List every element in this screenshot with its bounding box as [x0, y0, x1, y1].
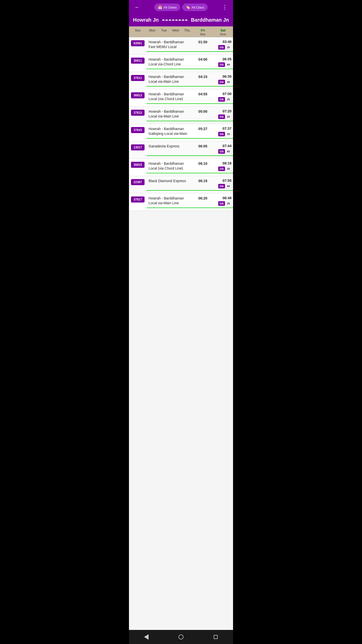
train-number-cell: 37817: [129, 196, 147, 208]
train-name-cell: Howrah - Barddhaman Local via-Main Line: [147, 109, 193, 121]
destination-time: 07:55: [214, 179, 232, 183]
seats-badge: 25: [225, 79, 232, 85]
destination-cell: 06:05 GN 60: [213, 57, 233, 69]
day-mon[interactable]: Mon: [147, 26, 158, 37]
divider-segment-7: [182, 20, 184, 21]
table-row[interactable]: 37811 Howrah - Barddhaman Local via-Main…: [129, 72, 233, 89]
table-row[interactable]: 36815 Howrah - Barddhaman Local (via Cho…: [129, 159, 233, 176]
destination-cell: 07:20 GN 25: [213, 109, 233, 121]
destination-cell: 07:55 GN 65: [213, 179, 233, 191]
train-name: Black Diamond Express: [149, 179, 186, 183]
day-sun[interactable]: Sun: [129, 26, 147, 37]
train-name: Howrah - Barddhaman Local (via Chord Lin…: [149, 162, 184, 170]
class-badges: GN 60: [214, 62, 232, 67]
departure-time: 05:27: [198, 127, 207, 131]
gn-badge: GN: [218, 80, 225, 84]
more-options-button[interactable]: ⋮: [220, 3, 230, 12]
recent-square-icon: [214, 635, 218, 639]
train-name-cell: Howrah - Barddhaman Local (via Chord Lin…: [147, 161, 193, 173]
destination-cell: 06:35 GN 25: [213, 74, 233, 87]
destination-time: 07:44: [214, 144, 232, 148]
destination-cell: 07:44 GN 65: [213, 144, 233, 156]
destination-time: 07:00: [214, 92, 232, 96]
to-station: Barddhaman Jn: [191, 17, 229, 23]
bottom-navigation: [129, 630, 233, 644]
train-number: 37817: [131, 196, 145, 203]
departure-cell: 01:50: [193, 40, 213, 52]
all-dates-label: All Dates: [164, 6, 177, 9]
day-sat[interactable]: SatDest: [213, 26, 233, 37]
route-header: Howrah Jn Barddhaman Jn: [129, 15, 233, 26]
all-dates-filter-button[interactable]: 📅 All Dates: [154, 4, 180, 11]
train-name-cell: Black Diamond Express: [147, 179, 193, 191]
gn-badge: GN: [218, 114, 225, 119]
divider-segment-5: [175, 20, 178, 21]
day-tue[interactable]: Tue: [158, 26, 170, 37]
train-number: 36815: [131, 162, 145, 168]
route-divider: [162, 20, 188, 21]
gn-badge: GN: [218, 132, 225, 136]
departure-cell: 06:10: [193, 161, 213, 173]
class-badges: GN 25: [214, 97, 232, 102]
table-row[interactable]: 37813 Howrah - Barddhaman Local via-Main…: [129, 107, 233, 124]
table-row[interactable]: 36813 Howrah - Barddhaman Local (via Cho…: [129, 89, 233, 107]
table-row[interactable]: 37817 Howrah - Barddhaman Local via-Main…: [129, 193, 233, 211]
train-name: Howrah - Barddhaman Local via-Chord Line: [149, 57, 184, 66]
train-name-cell: Howrah - Barddhaman Galloping Local via-…: [147, 127, 193, 139]
class-badges: GN 25: [214, 114, 232, 119]
class-badges: GN 25: [214, 201, 232, 206]
destination-time: 08:18: [214, 161, 232, 165]
back-button[interactable]: ←: [132, 3, 142, 12]
nav-home-button[interactable]: [175, 631, 187, 642]
destination-time: 03:40: [214, 40, 232, 44]
seats-badge: 25: [225, 45, 232, 50]
dep-label: Dep: [200, 33, 206, 36]
header-filters: 📅 All Dates 🏷️ All Class: [142, 4, 220, 11]
train-number: 36813: [131, 92, 145, 98]
departure-time: 04:55: [198, 92, 207, 96]
destination-cell: 07:00 GN 25: [213, 92, 233, 104]
seats-badge: 25: [225, 166, 232, 171]
day-thu[interactable]: Thu: [181, 26, 193, 37]
table-row[interactable]: 63501 Howrah - Barddhaman Fast MEMU Loca…: [129, 37, 233, 55]
seats-badge: 65: [225, 149, 232, 154]
train-number-cell: 63501: [129, 40, 147, 52]
train-number: 37813: [131, 110, 145, 116]
all-class-filter-button[interactable]: 🏷️ All Class: [182, 4, 208, 11]
departure-time: 05:00: [198, 109, 207, 113]
table-row[interactable]: 22387 Black Diamond Express 06:15 07:55 …: [129, 176, 233, 193]
nav-back-button[interactable]: [141, 631, 152, 642]
from-station: Howrah Jn: [133, 17, 159, 23]
dest-label: Dest: [220, 33, 226, 36]
table-row[interactable]: 13017 Ganadevta Express 06:05 07:44 GN 6…: [129, 141, 233, 159]
seats-badge: 25: [225, 132, 232, 137]
table-row[interactable]: 37815 Howrah - Barddhaman Galloping Loca…: [129, 124, 233, 141]
departure-time: 04:00: [198, 57, 207, 61]
departure-time: 04:15: [198, 75, 207, 79]
train-number: 37811: [131, 75, 145, 81]
train-number-cell: 36815: [129, 161, 147, 173]
departure-time: 06:20: [198, 196, 207, 200]
train-name: Howrah - Barddhaman Local via-Main Line: [149, 109, 184, 118]
class-icon: 🏷️: [186, 5, 190, 9]
nav-recent-button[interactable]: [210, 631, 221, 642]
train-number-cell: 36813: [129, 92, 147, 104]
day-fri[interactable]: FriDep: [193, 26, 213, 37]
departure-time: 01:50: [198, 40, 207, 44]
table-row[interactable]: 36811 Howrah - Barddhaman Local via-Chor…: [129, 55, 233, 72]
gn-badge: GN: [218, 62, 225, 67]
all-class-label: All Class: [192, 6, 204, 9]
day-wed[interactable]: Wed: [170, 26, 181, 37]
seats-badge: 60: [225, 62, 232, 67]
train-number-cell: 22387: [129, 179, 147, 191]
departure-cell: 06:15: [193, 179, 213, 191]
divider-segment-4: [172, 20, 174, 21]
train-name: Howrah - Barddhaman Fast MEMU Local: [149, 40, 184, 49]
train-number: 63501: [131, 40, 145, 46]
trains-list: 63501 Howrah - Barddhaman Fast MEMU Loca…: [129, 37, 233, 630]
destination-time: 07:20: [214, 109, 232, 113]
gn-badge: GN: [218, 167, 225, 171]
departure-time: 06:10: [198, 162, 207, 166]
train-number-cell: 37811: [129, 74, 147, 87]
train-number: 22387: [131, 179, 145, 185]
